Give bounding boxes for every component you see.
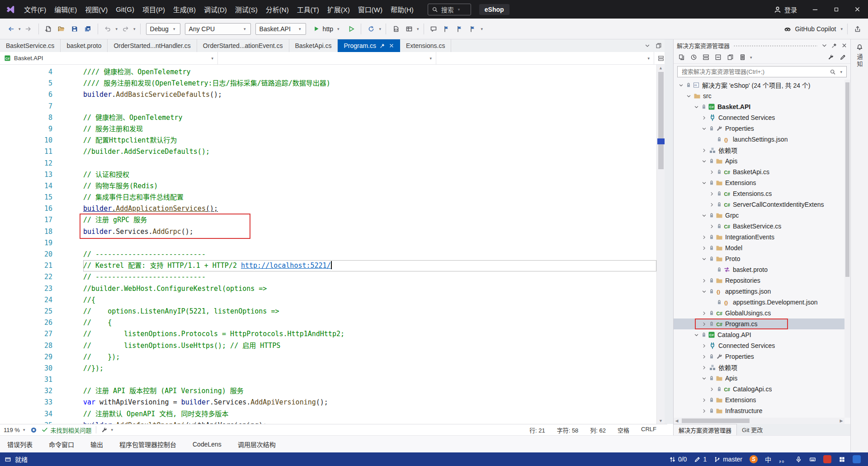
code-line-33[interactable]: 33var withApiVersioning = builder.Servic… xyxy=(0,397,656,408)
history-button[interactable] xyxy=(688,52,699,63)
pin-icon[interactable] xyxy=(380,43,385,48)
menu-item-编辑(E)[interactable]: 编辑(E) xyxy=(50,0,81,19)
git-branch[interactable]: master xyxy=(714,456,742,463)
code-content-17[interactable]: // 注册 gRPC 服务 xyxy=(83,214,656,226)
code-line-11[interactable]: 11//builder.AddServiceDefaults(); xyxy=(0,146,656,157)
code-content-33[interactable]: var withApiVersioning = builder.Services… xyxy=(83,397,656,408)
scrollbar-thumb[interactable] xyxy=(845,82,849,277)
expand-arrow-icon[interactable] xyxy=(708,224,716,229)
expand-arrow-icon[interactable] xyxy=(700,311,708,316)
close-icon[interactable] xyxy=(841,43,847,48)
dropdown-caret-icon[interactable]: ▾ xyxy=(750,55,752,60)
window-list-icon[interactable] xyxy=(656,43,662,49)
code-line-13[interactable]: 13// 认证和授权 xyxy=(0,169,656,181)
dropdown-caret-icon[interactable]: ▾ xyxy=(116,27,118,31)
panel-drag-grip[interactable] xyxy=(733,45,818,47)
expand-arrow-icon[interactable] xyxy=(700,246,708,251)
tree-item-依赖项[interactable]: 依赖项 xyxy=(674,362,844,373)
code-content-5[interactable]: //// 服务注册和发现(OpenTelemetry:日志/指标采集/链路追踪/… xyxy=(83,78,656,89)
tree-item-Model[interactable]: Model xyxy=(674,243,844,253)
tab-basket.proto[interactable]: basket.proto xyxy=(61,39,108,52)
tab-Extensions.cs[interactable]: Extensions.cs xyxy=(400,39,451,52)
tree-item-GlobalUsings.cs[interactable]: C#GlobalUsings.cs xyxy=(674,308,844,319)
tab-BasketService.cs[interactable]: BasketService.cs xyxy=(0,39,61,52)
tree-item-Program.cs[interactable]: C#Program.cs xyxy=(674,319,844,329)
code-content-32[interactable]: // 注册 API 版本控制 (API Versioning) 服务 xyxy=(83,385,656,397)
code-content-18[interactable]: builder.Services.AddGrpc(); xyxy=(83,226,656,238)
wrench-button[interactable] xyxy=(825,52,836,63)
menu-item-文件(F)[interactable]: 文件(F) xyxy=(20,0,50,19)
zoom-select[interactable]: 119 % ▾ xyxy=(4,427,26,433)
menu-item-帮助(H)[interactable]: 帮助(H) xyxy=(387,0,418,19)
ime-punctuation[interactable]: ，。 xyxy=(778,455,788,464)
member-dropdown[interactable]: ▾ xyxy=(436,52,654,64)
code-line-22[interactable]: 22// --------------------------- xyxy=(0,271,656,283)
expand-arrow-icon[interactable] xyxy=(700,115,708,120)
column-indicator[interactable]: 列: 62 xyxy=(590,426,606,434)
ime-keyboard[interactable] xyxy=(809,456,816,463)
code-content-23[interactable]: //builder.WebHost.ConfigureKestrel(optio… xyxy=(83,283,656,295)
code-line-21[interactable]: 21// Kestrel 配置: 支持 HTTP/1.1 + HTTP/2 ht… xyxy=(0,260,656,271)
code-line-28[interactable]: 28// listenOptions.UseHttps(); // 启用 HTT… xyxy=(0,340,656,352)
chevron-down-icon[interactable] xyxy=(821,43,827,48)
ime-toolbox-red[interactable] xyxy=(823,455,831,463)
forward-arrow-button[interactable] xyxy=(23,23,35,35)
scroll-up-arrow-icon[interactable]: ▲ xyxy=(657,66,665,70)
ime-mode[interactable]: 中 xyxy=(765,455,771,464)
tree-item-CatalogApi.cs[interactable]: C#CatalogApi.cs xyxy=(674,384,844,395)
code-line-27[interactable]: 27// listenOptions.Protocols = HttpProto… xyxy=(0,328,656,340)
sogou-logo[interactable]: S xyxy=(750,455,758,463)
collapse-arrow-icon[interactable] xyxy=(700,181,708,185)
close-button[interactable] xyxy=(847,0,868,19)
tree-item-Proto[interactable]: Proto xyxy=(674,253,844,264)
menu-item-测试(S)[interactable]: 测试(S) xyxy=(231,0,262,19)
ime-grid[interactable] xyxy=(839,456,845,463)
code-line-8[interactable]: 8// 健康检测、OpenTelemetry xyxy=(0,112,656,124)
code-content-6[interactable]: builder.AddBasicServiceDefaults(); xyxy=(83,89,656,100)
expand-arrow-icon[interactable] xyxy=(708,202,716,207)
issues-indicator[interactable]: 未找到相关问题 xyxy=(42,426,91,434)
menu-item-Git(G)[interactable]: Git(G) xyxy=(112,0,138,19)
bookmark-prev-button[interactable] xyxy=(454,23,466,35)
dropdown-caret-icon[interactable]: ▾ xyxy=(840,27,843,31)
output-window-icon[interactable] xyxy=(5,456,11,463)
sign-in-button[interactable]: 登录 xyxy=(767,0,804,19)
scrollbar-track[interactable] xyxy=(680,418,838,424)
code-content-9[interactable]: // 服务注册和发现 xyxy=(83,124,656,135)
code-line-35[interactable]: 35builder.AddDefaultOpenApi(withApiVersi… xyxy=(0,420,656,424)
panel-tab-CodeLens[interactable]: CodeLens xyxy=(193,441,222,448)
line-indicator[interactable]: 行: 21 xyxy=(529,426,545,434)
tree-item-IntegrationEvents[interactable]: IntegrationEvents xyxy=(674,232,844,243)
tree-item-Properties[interactable]: Properties xyxy=(674,123,844,134)
code-line-34[interactable]: 34// 注册默认 OpenAPI 文档, 同时支持多版本 xyxy=(0,409,656,420)
tree-item-Apis[interactable]: Apis xyxy=(674,373,844,384)
tree-item-BasketApi.cs[interactable]: C#BasketApi.cs xyxy=(674,166,844,177)
code-content-30[interactable]: //}); xyxy=(83,363,656,374)
dropdown-caret-icon[interactable]: ▾ xyxy=(417,27,419,31)
scrollbar-thumb[interactable] xyxy=(682,418,750,423)
dropdown-caret-icon[interactable]: ▾ xyxy=(379,27,381,31)
expand-arrow-icon[interactable] xyxy=(700,235,708,240)
expand-arrow-icon[interactable] xyxy=(700,398,708,403)
tab-OrderStarted...ntHandler.cs[interactable]: OrderStarted...ntHandler.cs xyxy=(108,39,197,52)
code-content-34[interactable]: // 注册默认 OpenAPI 文档, 同时支持多版本 xyxy=(83,409,656,420)
code-content-27[interactable]: // listenOptions.Protocols = HttpProtoco… xyxy=(83,328,656,340)
collapse-arrow-icon[interactable] xyxy=(700,126,708,131)
editor-explorer-splitter[interactable] xyxy=(665,39,673,424)
code-line-32[interactable]: 32// 注册 API 版本控制 (API Versioning) 服务 xyxy=(0,385,656,397)
collapse-arrow-icon[interactable] xyxy=(700,289,708,294)
explorer-horizontal-scrollbar[interactable]: ◀ ▶ xyxy=(674,418,844,424)
collapse-arrow-icon[interactable] xyxy=(700,376,708,381)
code-line-6[interactable]: 6builder.AddBasicServiceDefaults(); xyxy=(0,89,656,100)
explorer-vertical-scrollbar[interactable] xyxy=(844,80,850,418)
share-button[interactable] xyxy=(851,23,863,35)
menu-item-项目(P)[interactable]: 项目(P) xyxy=(138,0,169,19)
collapse-all-button[interactable] xyxy=(712,52,723,63)
indent-indicator[interactable]: 空格 xyxy=(618,426,629,434)
code-content-20[interactable]: // --------------------------- xyxy=(83,249,656,260)
collapse-arrow-icon[interactable] xyxy=(700,213,708,218)
code-line-15[interactable]: 15// 集成事件日志和事件总线配置 xyxy=(0,192,656,203)
scroll-down-arrow-icon[interactable]: ▼ xyxy=(657,418,665,423)
solution-explorer-search[interactable]: ▾ xyxy=(677,66,847,77)
panel-tab-错误列表[interactable]: 错误列表 xyxy=(7,440,33,449)
